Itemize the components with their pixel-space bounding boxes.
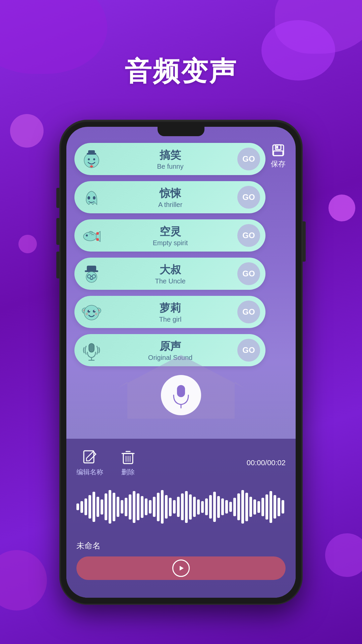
- play-circle: [172, 559, 190, 577]
- effect-item-funny[interactable]: 搞笑 Be funny GO: [74, 143, 265, 175]
- toolbar-row: 编辑名称 删除 00:00/00:02: [76, 449, 286, 477]
- wave-bar: [145, 498, 147, 515]
- go-button-uncle[interactable]: GO: [237, 262, 260, 285]
- wave-bar: [209, 495, 212, 519]
- wave-bar: [225, 500, 228, 514]
- wave-bar: [233, 498, 236, 516]
- effect-text-girl: 萝莉 The girl: [103, 301, 237, 323]
- effect-item-girl[interactable]: 萝莉 The girl GO: [74, 296, 265, 328]
- effect-text-funny: 搞笑 Be funny: [103, 148, 237, 170]
- svg-rect-2: [274, 151, 283, 156]
- effect-en-spirit: Empty spirit: [153, 239, 188, 247]
- svg-point-31: [95, 313, 98, 315]
- save-button[interactable]: 保存: [271, 143, 286, 169]
- time-display: 00:00/00:02: [247, 459, 286, 467]
- save-label: 保存: [271, 159, 286, 169]
- go-button-funny[interactable]: GO: [237, 148, 260, 170]
- wave-bar: [185, 491, 188, 523]
- edit-icon: [82, 449, 98, 465]
- svg-point-10: [93, 196, 96, 200]
- go-button-thriller[interactable]: GO: [237, 186, 260, 209]
- wave-bar: [177, 497, 180, 517]
- effect-cn-thriller: 惊悚: [160, 186, 181, 201]
- wave-bar: [153, 497, 156, 517]
- svg-point-28: [89, 310, 90, 311]
- play-button[interactable]: [76, 556, 286, 580]
- wave-bar: [121, 500, 123, 514]
- wave-bar: [274, 495, 276, 519]
- effect-en-girl: The girl: [159, 316, 182, 323]
- svg-point-29: [95, 310, 96, 311]
- effect-en-uncle: The Uncle: [155, 277, 185, 285]
- effect-icon-girl: [80, 300, 103, 324]
- svg-point-12: [86, 234, 88, 236]
- save-icon: [271, 143, 286, 158]
- phone-button: [56, 218, 60, 245]
- delete-icon: [120, 449, 136, 465]
- effect-icon-funny: [80, 147, 103, 171]
- filename-label: 未命名: [76, 540, 286, 551]
- svg-rect-6: [88, 150, 95, 154]
- go-button-spirit[interactable]: GO: [237, 224, 260, 247]
- wave-bar: [169, 498, 172, 516]
- svg-point-25: [84, 305, 99, 320]
- phone-button: [302, 221, 306, 262]
- effect-item-thriller[interactable]: 惊悚 A thriller GO: [74, 181, 265, 213]
- svg-rect-3: [276, 146, 278, 149]
- wave-bar: [221, 498, 224, 515]
- phone-device: 保存: [60, 121, 302, 604]
- phone-button: [56, 252, 60, 278]
- effect-en-funny: Be funny: [157, 163, 184, 170]
- bg-decoration: [0, 550, 47, 610]
- wave-bar: [97, 497, 99, 517]
- bg-decoration: [18, 235, 37, 253]
- effect-icon-spirit: [80, 224, 103, 247]
- house-shape: [117, 352, 245, 419]
- effect-cn-girl: 萝莉: [160, 301, 181, 316]
- delete-label: 删除: [121, 468, 135, 477]
- effect-cn-uncle: 大叔: [160, 263, 181, 277]
- svg-point-13: [96, 232, 99, 235]
- svg-point-7: [88, 158, 90, 160]
- wave-bar: [93, 492, 95, 522]
- bg-decoration: [10, 114, 44, 148]
- effect-en-thriller: A thriller: [158, 201, 182, 209]
- bg-decoration: [325, 533, 362, 577]
- wave-bar: [257, 501, 260, 513]
- wave-bar: [165, 495, 168, 519]
- svg-rect-16: [87, 266, 96, 272]
- wave-bar: [133, 491, 135, 523]
- app-title: 音频变声: [0, 54, 362, 90]
- wave-bar: [137, 493, 139, 520]
- edit-name-button[interactable]: 编辑名称: [76, 449, 103, 477]
- wave-bar: [245, 493, 248, 521]
- effect-icon-thriller: [80, 185, 103, 209]
- wave-bar: [229, 502, 232, 512]
- effect-text-spirit: 空灵 Empty spirit: [103, 224, 237, 247]
- svg-point-9: [87, 196, 90, 200]
- wave-bar: [253, 499, 256, 515]
- wave-bar: [237, 493, 240, 520]
- delete-button[interactable]: 删除: [120, 449, 136, 477]
- wave-bar: [261, 498, 264, 516]
- effect-item-uncle[interactable]: 大叔 The Uncle GO: [74, 258, 265, 290]
- wave-bar: [117, 497, 119, 517]
- wave-bar: [88, 495, 91, 519]
- wave-bar: [189, 494, 192, 520]
- phone-screen: 保存: [66, 127, 296, 598]
- wave-bar: [193, 497, 196, 517]
- wave-bar: [161, 490, 164, 524]
- effect-item-spirit[interactable]: 空灵 Empty spirit GO: [74, 219, 265, 252]
- effect-icon-uncle: [80, 262, 103, 285]
- wave-bar: [282, 500, 284, 514]
- phone-button: [56, 188, 60, 208]
- wave-bar: [109, 490, 111, 524]
- go-button-girl[interactable]: GO: [237, 301, 260, 323]
- wave-bar: [157, 493, 160, 521]
- wave-bar: [205, 498, 208, 515]
- svg-marker-45: [180, 566, 184, 571]
- svg-rect-32: [89, 343, 94, 352]
- wave-bar: [129, 494, 131, 520]
- wave-bar: [197, 499, 200, 515]
- wave-bar: [125, 498, 127, 516]
